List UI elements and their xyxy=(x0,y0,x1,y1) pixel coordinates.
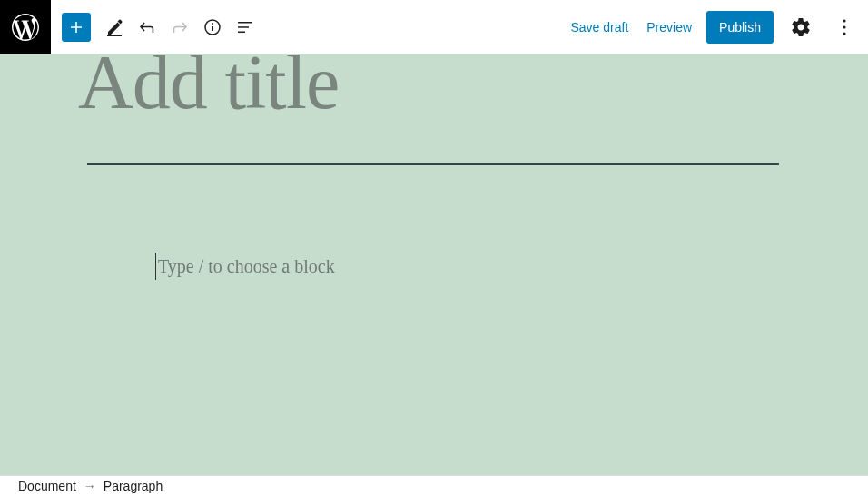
undo-icon xyxy=(136,16,158,38)
publish-button[interactable]: Publish xyxy=(706,11,774,44)
editor-canvas: Add title Type / to choose a block xyxy=(0,54,868,475)
wordpress-icon xyxy=(9,11,42,44)
svg-point-7 xyxy=(843,25,845,28)
add-block-button[interactable] xyxy=(62,13,91,42)
edit-tool-button[interactable] xyxy=(98,11,131,44)
wordpress-logo-button[interactable] xyxy=(0,0,51,54)
preview-button[interactable]: Preview xyxy=(643,13,695,42)
settings-button[interactable] xyxy=(784,11,817,44)
breadcrumb-current[interactable]: Paragraph xyxy=(104,479,163,493)
plus-icon xyxy=(65,16,87,38)
more-options-button[interactable] xyxy=(828,11,861,44)
svg-point-8 xyxy=(843,32,845,35)
redo-icon xyxy=(169,16,191,38)
breadcrumb-root[interactable]: Document xyxy=(18,479,76,493)
list-view-icon xyxy=(234,16,256,38)
info-icon xyxy=(202,16,223,38)
separator-block[interactable] xyxy=(87,163,779,165)
block-breadcrumb: Document → Paragraph xyxy=(0,475,868,496)
breadcrumb-separator-icon: → xyxy=(84,479,96,493)
svg-rect-5 xyxy=(238,31,245,33)
svg-point-6 xyxy=(843,19,845,22)
gear-icon xyxy=(790,16,812,38)
paragraph-block-input[interactable]: Type / to choose a block xyxy=(155,253,335,280)
outline-button[interactable] xyxy=(229,11,261,44)
undo-button[interactable] xyxy=(131,11,163,44)
svg-point-2 xyxy=(212,23,213,25)
redo-button[interactable] xyxy=(163,11,196,44)
pencil-icon xyxy=(104,16,125,38)
info-button[interactable] xyxy=(196,11,229,44)
toolbar-left-group xyxy=(62,11,261,44)
svg-rect-3 xyxy=(238,22,252,24)
post-title-input[interactable]: Add title xyxy=(78,45,339,121)
save-draft-button[interactable]: Save draft xyxy=(567,13,632,42)
toolbar-right-group: Save draft Preview Publish xyxy=(567,11,861,44)
kebab-icon xyxy=(833,16,855,38)
svg-rect-4 xyxy=(238,26,249,28)
